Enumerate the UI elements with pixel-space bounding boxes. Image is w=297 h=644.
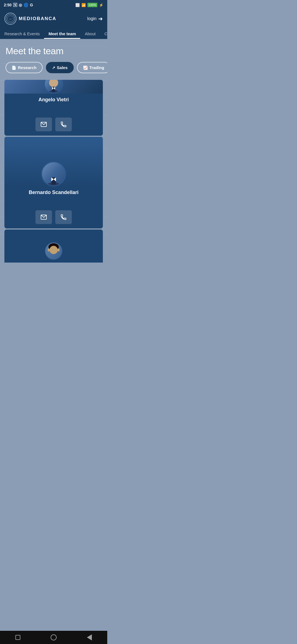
- login-label[interactable]: login: [87, 16, 97, 21]
- login-icon: ➜: [98, 15, 103, 22]
- card-bernardo-scandellari: Bernardo Scandellari: [4, 137, 103, 228]
- email-button-bernardo[interactable]: [35, 210, 52, 224]
- contact-buttons-bernardo: [4, 208, 103, 224]
- time: 2:50: [4, 3, 12, 7]
- team-cards: Angelo Vietri: [0, 80, 107, 263]
- avatar-bernardo: [41, 162, 66, 186]
- filter-sales-label: Sales: [57, 65, 68, 70]
- svg-point-4: [49, 80, 58, 87]
- svg-point-18: [57, 249, 60, 252]
- status-bar: 2:50 🇳 ◎ 🌀 G ⬜ 📶 100% ⚡: [0, 0, 107, 10]
- battery-icon: 100%: [87, 3, 97, 7]
- avatar-third-partial: [45, 242, 62, 260]
- svg-point-17: [48, 249, 50, 252]
- person-role-bernardo: [4, 197, 103, 208]
- login-area[interactable]: login ➜: [87, 15, 103, 22]
- logo-emblem: MB: [4, 13, 16, 25]
- page-title: Meet the team: [6, 46, 102, 56]
- tab-about[interactable]: About: [80, 28, 100, 39]
- email-button-angelo[interactable]: [35, 118, 52, 131]
- email-icon-angelo: [40, 121, 47, 128]
- phone-icon-angelo: [60, 121, 67, 128]
- svg-point-16: [50, 246, 58, 254]
- nfc-icon: 🇳: [13, 3, 17, 7]
- email-icon-bernardo: [40, 214, 47, 220]
- screen-record-icon: ⬜: [75, 3, 80, 7]
- person-role-angelo: [4, 104, 103, 115]
- filter-research-label: Research: [18, 65, 37, 70]
- page-title-section: Meet the team: [0, 39, 107, 62]
- vpn-icon: 🌀: [24, 3, 28, 7]
- sales-filter-icon: ↗: [52, 66, 55, 70]
- app-header: MB MEDIOBANCA login ➜: [0, 10, 107, 28]
- tab-meet-the-team[interactable]: Meet the team: [44, 28, 80, 39]
- tab-research-events[interactable]: Research & Events: [0, 28, 44, 39]
- person-name-angelo: Angelo Vietri: [4, 94, 103, 104]
- photo-top-partial-angelo: [4, 80, 103, 94]
- filter-buttons: 📄 Research ↗ Sales 📈 Trading: [0, 62, 107, 80]
- svg-text:MB: MB: [9, 18, 12, 20]
- logo-text: MEDIOBANCA: [19, 16, 56, 21]
- filter-sales-button[interactable]: ↗ Sales: [46, 62, 74, 73]
- nav-tabs: Research & Events Meet the team About Co…: [0, 28, 107, 39]
- status-right: ⬜ 📶 100% ⚡: [75, 3, 103, 7]
- phone-button-bernardo[interactable]: [55, 210, 72, 224]
- card-third-partial: [4, 230, 103, 263]
- charge-icon: ⚡: [99, 3, 103, 7]
- photo-area-bernardo: [4, 137, 103, 186]
- avatar-angelo: [44, 80, 63, 94]
- logo-area: MB MEDIOBANCA: [4, 13, 56, 25]
- trading-filter-icon: 📈: [83, 66, 88, 70]
- tab-contact[interactable]: Co...: [100, 28, 107, 39]
- person-name-bernardo: Bernardo Scandellari: [4, 186, 103, 197]
- signal-icon: ◎: [19, 3, 22, 7]
- page-body: Meet the team 📄 Research ↗ Sales 📈 Tradi…: [0, 39, 107, 268]
- filter-trading-label: Trading: [89, 65, 104, 70]
- phone-button-angelo[interactable]: [55, 118, 72, 131]
- card-angelo-vietri: Angelo Vietri: [4, 80, 103, 136]
- status-left: 2:50 🇳 ◎ 🌀 G: [4, 3, 33, 7]
- wifi-icon: 📶: [81, 3, 86, 7]
- g-icon: G: [30, 3, 33, 7]
- contact-buttons-angelo: [4, 115, 103, 131]
- phone-icon-bernardo: [60, 214, 67, 220]
- research-filter-icon: 📄: [12, 66, 16, 70]
- filter-research-button[interactable]: 📄 Research: [6, 62, 43, 73]
- filter-trading-button[interactable]: 📈 Trading: [77, 62, 107, 73]
